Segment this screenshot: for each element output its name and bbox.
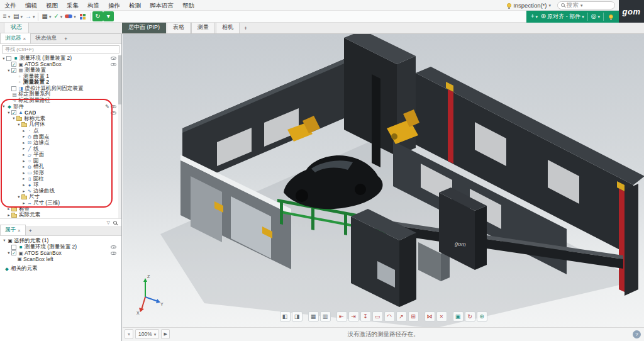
tree-item[interactable]: ▾■测量环境 (测量装置 2): [0, 55, 121, 62]
collapse-arrow-icon[interactable]: ▾: [6, 111, 11, 115]
collapse-arrow-icon[interactable]: ▾: [2, 238, 7, 243]
app-menu-button[interactable]: ≡▾: [1, 11, 12, 21]
play-button[interactable]: ▶: [161, 329, 170, 339]
path-arc-button[interactable]: ◠: [384, 311, 395, 321]
pip-left-button[interactable]: ◧: [280, 311, 291, 321]
belongs-item[interactable]: ■测量环境 (测量装置 2): [0, 244, 121, 250]
path-loop-button[interactable]: ↻: [465, 311, 475, 321]
view-tab[interactable]: 居中面 (PIP): [122, 21, 166, 33]
tree-item[interactable]: ▸●球: [0, 182, 121, 188]
recalculate-options-button[interactable]: ▾: [103, 11, 114, 21]
visibility-checkbox[interactable]: ✓: [11, 68, 16, 73]
tree-item[interactable]: ▾✓▦测量装置: [0, 67, 121, 74]
collapse-panel-button[interactable]: ∨: [125, 329, 133, 339]
menu-item[interactable]: 视图: [42, 0, 62, 11]
scrollbar-thumb[interactable]: [118, 55, 121, 104]
tree-item[interactable]: ▾标称元素: [0, 116, 121, 122]
collapse-arrow-icon[interactable]: ▾: [16, 123, 21, 127]
tree-item[interactable]: ▾尺寸: [0, 194, 121, 201]
path-grid-button[interactable]: ▣: [453, 311, 464, 321]
tab-status[interactable]: 状态: [4, 21, 29, 33]
visibility-eye-icon[interactable]: [111, 63, 116, 66]
menu-item[interactable]: 采集: [62, 0, 83, 11]
visibility-checkbox[interactable]: ✓: [11, 250, 16, 255]
color-legend-button[interactable]: [77, 11, 88, 21]
collapse-arrow-icon[interactable]: ▾: [6, 69, 11, 73]
tree-item[interactable]: ▸↔尺寸 (三维): [0, 200, 121, 206]
path-export-button[interactable]: ⇥: [348, 311, 359, 321]
tree-item[interactable]: ▾◆部件✎: [0, 104, 121, 110]
expand-arrow-icon[interactable]: ▸: [6, 207, 11, 211]
layout-rows-button[interactable]: ▥: [320, 311, 331, 321]
tree-item[interactable]: ▸▯圆柱: [0, 176, 121, 182]
path-import-button[interactable]: ⇤: [336, 311, 347, 321]
expand-arrow-icon[interactable]: ▸: [21, 129, 26, 133]
view-tab[interactable]: 相机: [216, 21, 240, 33]
tree-item[interactable]: ▾几何体: [0, 122, 121, 128]
collapse-arrow-icon[interactable]: ▾: [16, 195, 21, 199]
visibility-eye-icon[interactable]: [111, 252, 116, 255]
expand-arrow-icon[interactable]: ▸: [21, 147, 26, 151]
expand-arrow-icon[interactable]: ▸: [21, 201, 26, 206]
3d-viewport[interactable]: gom Z Y X ◧◨▦▥⇤⇥↧▭◠↗⊞⋈×▣↻⊕ ∨ 100% ▾: [123, 34, 644, 341]
tree-item[interactable]: ▸▭矩形: [0, 170, 121, 176]
tree-item[interactable]: ▸▱平面: [0, 152, 121, 159]
expand-arrow-icon[interactable]: ▸: [21, 165, 26, 169]
tree-scrollbar[interactable]: [118, 55, 121, 218]
zoom-level-selector[interactable]: 100% ▾: [135, 329, 159, 339]
collapse-arrow-icon[interactable]: ▾: [1, 104, 6, 109]
visibility-eye-icon[interactable]: [111, 57, 116, 60]
scanbox-3d-scene[interactable]: gom Z Y X: [123, 34, 644, 327]
menu-item[interactable]: 帮助: [178, 0, 199, 11]
layout-grid-button[interactable]: ▦: [308, 311, 319, 321]
path-frame-button[interactable]: ▭: [372, 311, 383, 321]
menu-item[interactable]: 检测: [125, 0, 145, 11]
tree-item[interactable]: ▸实际元素: [0, 212, 121, 218]
expand-arrow-icon[interactable]: ▸: [21, 153, 26, 157]
tab-belongs[interactable]: 属于 ×: [0, 225, 26, 235]
collapse-arrow-icon[interactable]: ▾: [6, 251, 11, 255]
expand-arrow-icon[interactable]: ▸: [21, 189, 26, 194]
file-menu-button[interactable]: ▤▾: [12, 11, 24, 21]
path-down-button[interactable]: ↧: [360, 311, 371, 321]
collapse-arrow-icon[interactable]: ▾: [11, 116, 16, 121]
path-vector-button[interactable]: ↗: [396, 311, 407, 321]
belongs-item[interactable]: ▣ScanBox left: [0, 256, 121, 262]
pip-right-button[interactable]: ◨: [292, 311, 303, 321]
recalculate-button[interactable]: ↻: [92, 11, 103, 21]
expand-arrow-icon[interactable]: ▸: [21, 183, 26, 187]
filter-icon[interactable]: ▽: [107, 220, 110, 225]
visibility-checkbox[interactable]: [11, 245, 16, 250]
add-element-button[interactable]: +▾: [529, 11, 540, 21]
search-icon[interactable]: [113, 221, 117, 225]
mesh-button[interactable]: ▦▾: [40, 11, 52, 21]
light-bulb-button[interactable]: [606, 11, 616, 21]
visibility-eye-icon[interactable]: [111, 111, 116, 115]
tree-item[interactable]: ▸·点: [0, 128, 121, 134]
tree-item[interactable]: ▸╱线: [0, 146, 121, 152]
tree-item[interactable]: ▸∿边缘曲线: [0, 188, 121, 194]
menu-item[interactable]: 构造: [83, 0, 104, 11]
tree-item[interactable]: ▸⊡边缘点: [0, 140, 121, 146]
visibility-checkbox[interactable]: ✓: [11, 62, 16, 67]
inspection-mode-selector[interactable]: Inspection(*) ▾: [504, 1, 553, 9]
visibility-checkbox[interactable]: [11, 86, 16, 91]
menu-item[interactable]: 操作: [104, 0, 125, 11]
visibility-checkbox[interactable]: [6, 56, 11, 61]
tree-item[interactable]: ▾✓▲CAD: [0, 109, 121, 116]
close-icon[interactable]: ×: [23, 36, 26, 42]
add-view-tab-button[interactable]: +: [240, 24, 251, 33]
tree-item[interactable]: ▸○圆: [0, 158, 121, 164]
find-input[interactable]: 寻找 (Ctrl+F): [2, 45, 119, 53]
global-search-input[interactable]: 搜索 ▾: [557, 1, 615, 9]
edit-pencil-icon[interactable]: ✎: [105, 104, 109, 109]
alignment-selector[interactable]: ⊕原对齐 - 部件▾: [540, 11, 586, 21]
check-button[interactable]: ✓▾: [52, 11, 64, 21]
tab-browser[interactable]: 浏览器 ×: [0, 33, 31, 43]
expand-arrow-icon[interactable]: ▸: [21, 171, 26, 176]
tab-status-info[interactable]: 状态信息: [31, 33, 61, 43]
import-button[interactable]: →▾: [24, 11, 36, 21]
deviation-label-button[interactable]: ▾: [64, 11, 77, 21]
tree-item[interactable]: ▫测量装置 1: [0, 74, 121, 80]
path-join-button[interactable]: ⋈: [425, 311, 435, 321]
